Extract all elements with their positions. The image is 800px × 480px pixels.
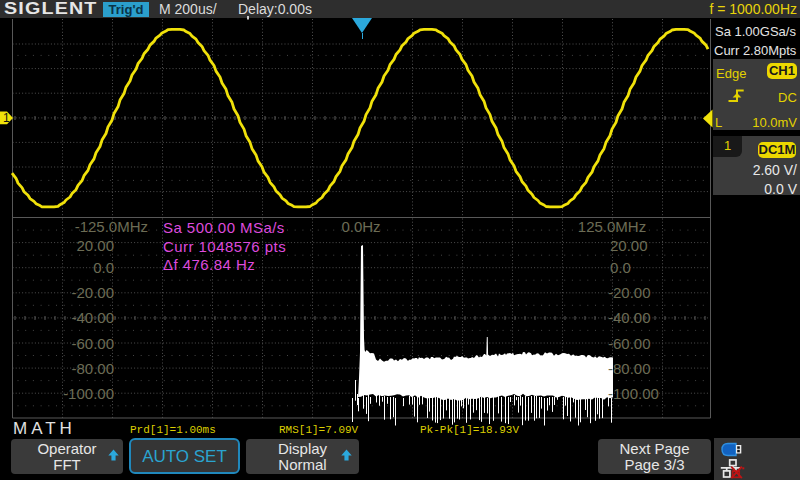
- svg-text:1: 1: [3, 111, 10, 125]
